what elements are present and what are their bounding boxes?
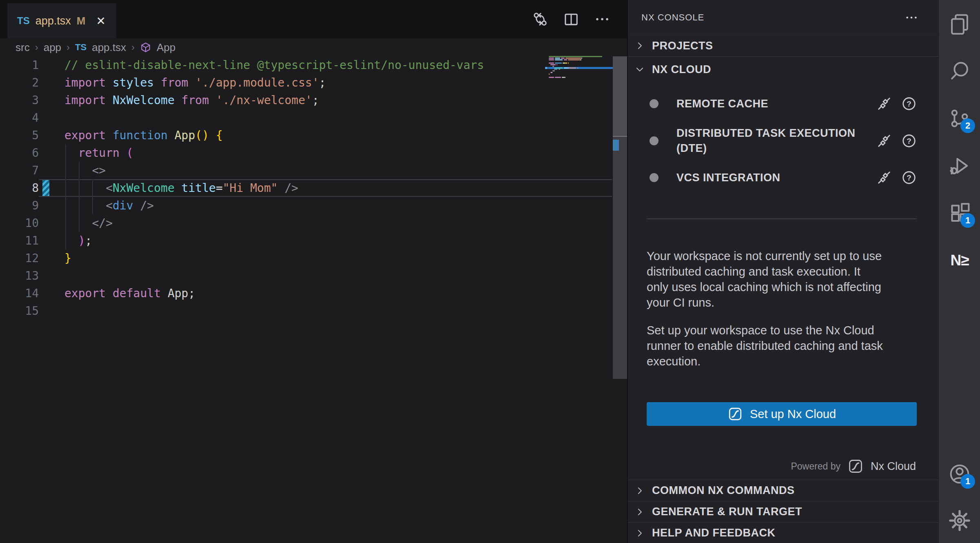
connect-icon[interactable] bbox=[876, 169, 892, 186]
panel-header: NX CONSOLE bbox=[628, 0, 938, 35]
activity-search[interactable] bbox=[948, 60, 971, 82]
line-number: 14 bbox=[0, 287, 39, 300]
chevron-right-icon bbox=[634, 507, 645, 517]
gutter bbox=[39, 56, 64, 74]
minimap-code-mark bbox=[568, 62, 569, 64]
svg-text:?: ? bbox=[907, 137, 911, 145]
nx-cloud-logo-icon bbox=[847, 458, 864, 474]
minimap-code-mark bbox=[555, 62, 562, 64]
panel-more-actions-icon[interactable] bbox=[904, 10, 919, 25]
close-tab-icon[interactable]: ✕ bbox=[96, 14, 105, 28]
line-number: 5 bbox=[0, 129, 39, 142]
code-line: 2import styles from './app.module.css'; bbox=[0, 74, 612, 91]
gutter bbox=[39, 74, 64, 91]
section-help-and-feedback[interactable]: HELP AND FEEDBACK bbox=[628, 522, 938, 543]
code-line: 4 bbox=[0, 109, 612, 127]
gutter bbox=[39, 214, 64, 232]
code-text: import styles from './app.module.css'; bbox=[64, 76, 326, 89]
activity-run-and-debug[interactable] bbox=[948, 154, 971, 177]
code-text: } bbox=[64, 251, 71, 265]
breadcrumb-file[interactable]: app.tsx bbox=[92, 41, 126, 54]
code-text: import NxWelcome from './nx-welcome'; bbox=[64, 93, 319, 107]
gutter bbox=[39, 285, 64, 302]
minimap-code-mark bbox=[564, 59, 568, 60]
code-line: 13 bbox=[0, 267, 612, 285]
gutter bbox=[39, 162, 64, 179]
activity-source-control[interactable]: 2 bbox=[948, 107, 971, 130]
svg-text:?: ? bbox=[907, 100, 911, 108]
powered-by: Powered by Nx Cloud bbox=[791, 456, 916, 476]
more-actions-icon[interactable] bbox=[594, 11, 611, 28]
chevron-right-icon bbox=[634, 40, 645, 51]
connect-icon[interactable] bbox=[876, 96, 892, 112]
code-text: export function App() { bbox=[64, 129, 223, 142]
connect-icon[interactable] bbox=[876, 133, 892, 149]
activity-extensions[interactable]: 1 bbox=[948, 202, 971, 225]
tab-filename: app.tsx bbox=[35, 15, 71, 27]
gutter bbox=[39, 179, 64, 197]
code-line: 8 <NxWelcome title="Hi Mom" /> bbox=[0, 179, 612, 197]
minimap-code-mark bbox=[565, 77, 565, 78]
scrollbar-thumb[interactable] bbox=[613, 56, 627, 137]
help-icon[interactable]: ? bbox=[901, 169, 917, 186]
section-label: HELP AND FEEDBACK bbox=[652, 527, 776, 539]
chevron-right-icon bbox=[634, 528, 645, 539]
activity-nx-console[interactable]: N≥ bbox=[948, 249, 971, 272]
line-number: 7 bbox=[0, 164, 39, 177]
minimap-code-mark bbox=[581, 58, 582, 59]
help-icon[interactable]: ? bbox=[901, 133, 917, 149]
section-label: PROJECTS bbox=[652, 40, 713, 52]
code-line: 1// eslint-disable-next-line @typescript… bbox=[0, 56, 612, 74]
code-text: <div /> bbox=[64, 199, 154, 212]
section-label: NX CLOUD bbox=[652, 63, 711, 76]
split-editor-icon[interactable] bbox=[563, 11, 580, 28]
breadcrumb-separator: › bbox=[35, 42, 38, 53]
status-dot bbox=[650, 136, 659, 145]
minimap-modified-tick bbox=[545, 67, 548, 69]
badge: 1 bbox=[960, 474, 975, 489]
minimap-code-mark bbox=[555, 77, 561, 78]
line-number: 1 bbox=[0, 58, 39, 72]
typescript-file-icon: TS bbox=[75, 42, 86, 53]
activity-explorer[interactable] bbox=[948, 12, 971, 35]
line-number: 11 bbox=[0, 234, 39, 247]
minimap[interactable] bbox=[548, 56, 614, 87]
tab-app-tsx[interactable]: TS app.tsx M ✕ bbox=[7, 3, 116, 38]
gutter bbox=[39, 144, 64, 162]
breadcrumb-app[interactable]: app bbox=[44, 41, 61, 54]
section-common-nx-commands[interactable]: COMMON NX COMMANDS bbox=[628, 480, 938, 501]
code-line: 3import NxWelcome from './nx-welcome'; bbox=[0, 91, 612, 109]
line-number: 12 bbox=[0, 251, 39, 265]
code-text: export default App; bbox=[64, 287, 195, 300]
section-projects[interactable]: PROJECTS bbox=[628, 35, 938, 57]
gutter bbox=[39, 302, 64, 320]
code-editor[interactable]: 1// eslint-disable-next-line @typescript… bbox=[0, 56, 612, 342]
breadcrumb: src › app › TS app.tsx › App bbox=[0, 38, 627, 56]
feature-row: VCS INTEGRATION? bbox=[628, 166, 938, 189]
section-generate-run-target[interactable]: GENERATE & RUN TARGET bbox=[628, 501, 938, 522]
minimap-code-mark bbox=[580, 59, 581, 60]
badge: 2 bbox=[960, 118, 975, 133]
typescript-file-icon: TS bbox=[17, 15, 30, 27]
activity-accounts[interactable]: 1 bbox=[948, 463, 971, 485]
help-icon[interactable]: ? bbox=[901, 96, 917, 112]
activity-settings[interactable] bbox=[948, 509, 971, 532]
open-changes-icon[interactable] bbox=[532, 11, 549, 28]
nx-logo-icon: N≥ bbox=[948, 249, 971, 272]
badge: 1 bbox=[960, 213, 975, 228]
minimap-code-mark bbox=[555, 69, 557, 70]
git-modified-badge: M bbox=[77, 15, 86, 27]
breadcrumb-symbol[interactable]: App bbox=[157, 41, 175, 54]
minimap-code-mark bbox=[552, 66, 554, 67]
breadcrumb-src[interactable]: src bbox=[16, 41, 30, 54]
minimap-code-mark bbox=[549, 56, 602, 57]
activity-bar: 21N≥1 bbox=[938, 0, 980, 543]
section-nx-cloud[interactable]: NX CLOUD bbox=[628, 57, 938, 82]
minimap-code-mark bbox=[555, 67, 563, 69]
editor-scrollbar[interactable] bbox=[613, 56, 627, 379]
gutter bbox=[39, 109, 64, 127]
setup-nx-cloud-button[interactable]: Set up Nx Cloud bbox=[647, 402, 917, 426]
minimap-code-mark bbox=[550, 64, 556, 65]
minimap-code-mark bbox=[557, 64, 557, 65]
minimap-code-mark bbox=[565, 62, 567, 64]
